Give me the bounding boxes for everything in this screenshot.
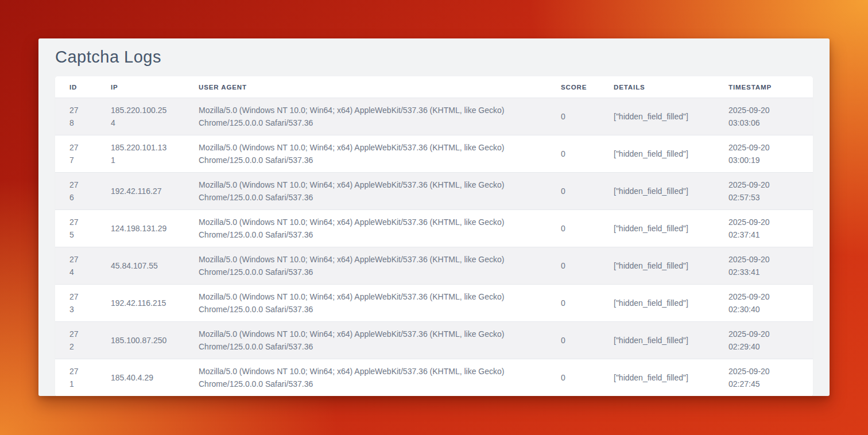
cell-timestamp: 2025-09-20 02:30:40	[714, 285, 813, 322]
cell-score: 0	[547, 98, 599, 135]
captcha-logs-table-container: IDIPUSER AGENTSCOREDETAILSTIMESTAMP 2781…	[55, 76, 813, 396]
column-header-id: ID	[55, 76, 96, 98]
cell-ip: 124.198.131.29	[96, 210, 184, 247]
cell-timestamp: 2025-09-20 02:27:45	[714, 359, 813, 397]
cell-details: ["hidden_field_filled"]	[599, 359, 714, 397]
cell-score: 0	[547, 359, 599, 397]
cell-ip: 185.220.101.131	[96, 135, 184, 173]
cell-user_agent: Mozilla/5.0 (Windows NT 10.0; Win64; x64…	[184, 135, 547, 173]
column-header-details: DETAILS	[599, 76, 714, 98]
page-title: Captcha Logs	[55, 48, 813, 67]
cell-details: ["hidden_field_filled"]	[599, 210, 714, 247]
cell-user_agent: Mozilla/5.0 (Windows NT 10.0; Win64; x64…	[184, 285, 547, 322]
column-header-ip: IP	[96, 76, 184, 98]
cell-timestamp: 2025-09-20 03:00:19	[714, 135, 813, 173]
captcha-logs-table: IDIPUSER AGENTSCOREDETAILSTIMESTAMP 2781…	[55, 76, 813, 396]
cell-score: 0	[547, 285, 599, 322]
cell-id: 276	[55, 173, 96, 210]
cell-score: 0	[547, 322, 599, 359]
cell-ip: 192.42.116.27	[96, 173, 184, 210]
cell-ip: 45.84.107.55	[96, 247, 184, 285]
cell-timestamp: 2025-09-20 02:33:41	[714, 247, 813, 285]
column-header-timestamp: TIMESTAMP	[714, 76, 813, 98]
cell-details: ["hidden_field_filled"]	[599, 247, 714, 285]
cell-user_agent: Mozilla/5.0 (Windows NT 10.0; Win64; x64…	[184, 247, 547, 285]
cell-ip: 185.40.4.29	[96, 359, 184, 397]
table-row: 277185.220.101.131Mozilla/5.0 (Windows N…	[55, 135, 813, 173]
cell-timestamp: 2025-09-20 02:37:41	[714, 210, 813, 247]
cell-details: ["hidden_field_filled"]	[599, 322, 714, 359]
cell-details: ["hidden_field_filled"]	[599, 98, 714, 135]
cell-user_agent: Mozilla/5.0 (Windows NT 10.0; Win64; x64…	[184, 173, 547, 210]
cell-timestamp: 2025-09-20 02:57:53	[714, 173, 813, 210]
table-header: IDIPUSER AGENTSCOREDETAILSTIMESTAMP	[55, 76, 813, 98]
table-body: 278185.220.100.254Mozilla/5.0 (Windows N…	[55, 98, 813, 397]
cell-id: 275	[55, 210, 96, 247]
cell-ip: 192.42.116.215	[96, 285, 184, 322]
cell-timestamp: 2025-09-20 02:29:40	[714, 322, 813, 359]
table-row: 272185.100.87.250Mozilla/5.0 (Windows NT…	[55, 322, 813, 359]
cell-details: ["hidden_field_filled"]	[599, 135, 714, 173]
cell-ip: 185.220.100.254	[96, 98, 184, 135]
cell-id: 273	[55, 285, 96, 322]
cell-id: 278	[55, 98, 96, 135]
table-header-row: IDIPUSER AGENTSCOREDETAILSTIMESTAMP	[55, 76, 813, 98]
table-row: 271185.40.4.29Mozilla/5.0 (Windows NT 10…	[55, 359, 813, 397]
table-row: 273192.42.116.215Mozilla/5.0 (Windows NT…	[55, 285, 813, 322]
cell-id: 277	[55, 135, 96, 173]
cell-score: 0	[547, 135, 599, 173]
column-header-user_agent: USER AGENT	[184, 76, 547, 98]
column-header-score: SCORE	[547, 76, 599, 98]
table-row: 275124.198.131.29Mozilla/5.0 (Windows NT…	[55, 210, 813, 247]
cell-id: 271	[55, 359, 96, 397]
cell-user_agent: Mozilla/5.0 (Windows NT 10.0; Win64; x64…	[184, 98, 547, 135]
cell-user_agent: Mozilla/5.0 (Windows NT 10.0; Win64; x64…	[184, 322, 547, 359]
cell-timestamp: 2025-09-20 03:03:06	[714, 98, 813, 135]
cell-id: 274	[55, 247, 96, 285]
cell-score: 0	[547, 173, 599, 210]
cell-user_agent: Mozilla/5.0 (Windows NT 10.0; Win64; x64…	[184, 359, 547, 397]
table-row: 276192.42.116.27Mozilla/5.0 (Windows NT …	[55, 173, 813, 210]
table-row: 278185.220.100.254Mozilla/5.0 (Windows N…	[55, 98, 813, 135]
cell-user_agent: Mozilla/5.0 (Windows NT 10.0; Win64; x64…	[184, 210, 547, 247]
cell-score: 0	[547, 247, 599, 285]
cell-details: ["hidden_field_filled"]	[599, 285, 714, 322]
table-row: 27445.84.107.55Mozilla/5.0 (Windows NT 1…	[55, 247, 813, 285]
captcha-logs-card: Captcha Logs IDIPUSER AGENTSCOREDETAILST…	[38, 38, 830, 396]
cell-details: ["hidden_field_filled"]	[599, 173, 714, 210]
cell-ip: 185.100.87.250	[96, 322, 184, 359]
cell-score: 0	[547, 210, 599, 247]
cell-id: 272	[55, 322, 96, 359]
